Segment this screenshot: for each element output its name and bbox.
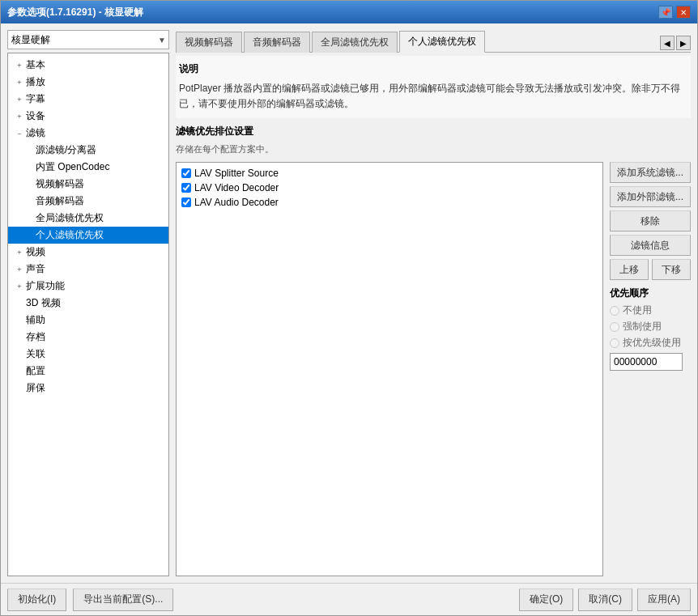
expand-icon-sound: +	[15, 265, 24, 274]
filter-buttons: 添加系统滤镜... 添加外部滤镜... 移除 滤镜信息 上移 下移 优先顺序	[610, 162, 691, 576]
tree-item-personal-priority[interactable]: 个人滤镜优先权	[8, 227, 168, 244]
radio-force-use[interactable]: 强制使用	[610, 320, 691, 333]
tree-label-basic: 基本	[26, 58, 45, 72]
tab-nav-left[interactable]: ◀	[660, 36, 675, 50]
filter-checkbox-lav-video[interactable]	[181, 183, 191, 193]
spacer-icon-screensaver	[15, 384, 24, 393]
filter-item-lav-splitter[interactable]: LAV Splitter Source	[180, 166, 599, 181]
add-external-filter-button[interactable]: 添加外部滤镜...	[610, 186, 691, 207]
tree-label-3dvideo: 3D 视频	[26, 296, 61, 310]
tree-label-archive: 存档	[26, 330, 45, 344]
radio-no-use[interactable]: 不使用	[610, 304, 691, 317]
radio-no-use-input[interactable]	[610, 306, 619, 316]
tree-item-archive[interactable]: 存档	[8, 329, 168, 346]
tab-nav-right[interactable]: ▶	[676, 36, 691, 50]
tree-label-filter: 滤镜	[26, 126, 45, 140]
tree-label-video-decoder: 视频解码器	[36, 177, 84, 191]
tree-item-video-decoder[interactable]: 视频解码器	[8, 176, 168, 193]
tab-global-priority[interactable]: 全局滤镜优先权	[312, 32, 398, 53]
filter-list[interactable]: LAV Splitter Source LAV Video Decoder LA…	[176, 162, 603, 576]
tree-item-device[interactable]: + 设备	[8, 108, 168, 125]
tree-item-builtin-opencodec[interactable]: 内置 OpenCodec	[8, 159, 168, 176]
tree-item-video[interactable]: + 视频	[8, 244, 168, 261]
priority-value-input[interactable]	[610, 353, 683, 371]
filter-checkbox-lav-splitter[interactable]	[181, 168, 191, 178]
bottom-bar: 初始化(I) 导出当前配置(S)... 确定(O) 取消(C) 应用(A)	[1, 583, 697, 615]
expand-icon-extension: +	[15, 282, 24, 291]
tree-item-config[interactable]: 配置	[8, 363, 168, 380]
spacer-icon-builtin	[24, 163, 34, 172]
tree-label-config: 配置	[26, 364, 45, 378]
close-button[interactable]: ✕	[676, 6, 691, 19]
tree-item-screensaver[interactable]: 屏保	[8, 380, 168, 397]
expand-icon-filter: −	[15, 129, 24, 138]
radio-force-use-label: 强制使用	[623, 320, 662, 333]
filter-item-lav-audio[interactable]: LAV Audio Decoder	[180, 195, 599, 210]
init-button[interactable]: 初始化(I)	[7, 588, 66, 611]
tree-panel: + 基本 + 播放 + 字幕 + 设备 − 滤镜	[7, 53, 169, 576]
spacer-icon-personal	[24, 231, 34, 240]
filter-info-button[interactable]: 滤镜信息	[610, 235, 691, 256]
tree-item-3dvideo[interactable]: 3D 视频	[8, 295, 168, 312]
tree-label-builtin-opencodec: 内置 OpenCodec	[36, 160, 109, 174]
filter-label-lav-splitter: LAV Splitter Source	[194, 168, 279, 179]
radio-force-use-input[interactable]	[610, 322, 619, 332]
expand-icon-basic: +	[15, 61, 24, 70]
main-content: 核显硬解 ▼ + 基本 + 播放 + 字幕 +	[1, 23, 697, 583]
title-bar: 参数选项(1.7.16291) - 核显硬解 📌 ✕	[1, 1, 697, 23]
tree-item-extension[interactable]: + 扩展功能	[8, 278, 168, 295]
spacer-icon-global	[24, 214, 34, 223]
tab-audio-decoder[interactable]: 音频解码器	[244, 32, 310, 53]
remove-filter-button[interactable]: 移除	[610, 210, 691, 232]
filter-checkbox-lav-audio[interactable]	[181, 198, 191, 207]
ok-button[interactable]: 确定(O)	[519, 588, 573, 611]
move-up-button[interactable]: 上移	[610, 259, 649, 280]
description-text: PotPlayer 播放器内置的编解码器或滤镜已够用，用外部编解码器或滤镜可能会…	[179, 81, 687, 112]
tree-label-global-priority: 全局滤镜优先权	[36, 211, 104, 225]
export-button[interactable]: 导出当前配置(S)...	[73, 588, 173, 611]
tree-item-assist[interactable]: 辅助	[8, 312, 168, 329]
category-dropdown-wrapper[interactable]: 核显硬解 ▼	[7, 30, 169, 49]
filter-label-lav-video: LAV Video Decoder	[194, 182, 279, 193]
filter-label-lav-audio: LAV Audio Decoder	[194, 197, 279, 208]
main-window: 参数选项(1.7.16291) - 核显硬解 📌 ✕ 核显硬解 ▼ + 基本	[0, 0, 698, 616]
tree-label-extension: 扩展功能	[26, 279, 65, 293]
tree-label-subtitle: 字幕	[26, 92, 45, 106]
expand-icon-play: +	[15, 78, 24, 87]
right-panel: 视频解码器 音频解码器 全局滤镜优先权 个人滤镜优先权 ◀ ▶	[176, 30, 691, 576]
expand-icon-device: +	[15, 112, 24, 121]
category-dropdown[interactable]: 核显硬解	[7, 30, 169, 49]
left-panel: 核显硬解 ▼ + 基本 + 播放 + 字幕 +	[7, 30, 169, 576]
cancel-button[interactable]: 取消(C)	[578, 588, 632, 611]
tree-label-device: 设备	[26, 109, 45, 123]
radio-priority-use[interactable]: 按优先级使用	[610, 336, 691, 350]
filter-item-lav-video[interactable]: LAV Video Decoder	[180, 181, 599, 195]
radio-no-use-label: 不使用	[623, 304, 652, 317]
move-down-button[interactable]: 下移	[652, 259, 691, 280]
priority-section: 优先顺序 不使用 强制使用	[610, 287, 691, 371]
tree-item-play[interactable]: + 播放	[8, 74, 168, 91]
tree-item-subtitle[interactable]: + 字幕	[8, 91, 168, 108]
tab-nav: ◀ ▶	[660, 36, 691, 52]
spacer-icon-relation	[15, 350, 24, 359]
filter-body: LAV Splitter Source LAV Video Decoder LA…	[176, 162, 691, 576]
tree-label-play: 播放	[26, 75, 45, 89]
move-buttons-row: 上移 下移	[610, 259, 691, 280]
filter-section-title: 滤镜优先排位设置	[176, 125, 691, 138]
tree-item-basic[interactable]: + 基本	[8, 57, 168, 74]
tab-video-decoder[interactable]: 视频解码器	[176, 32, 242, 53]
tree-item-filter[interactable]: − 滤镜	[8, 125, 168, 142]
tree-item-source-filter[interactable]: 源滤镜/分离器	[8, 142, 168, 159]
apply-button[interactable]: 应用(A)	[637, 588, 691, 611]
title-buttons: 📌 ✕	[658, 6, 691, 19]
pin-button[interactable]: 📌	[658, 6, 673, 19]
tree-item-audio-decoder[interactable]: 音频解码器	[8, 193, 168, 210]
add-system-filter-button[interactable]: 添加系统滤镜...	[610, 162, 691, 183]
radio-priority-use-input[interactable]	[610, 338, 619, 348]
spacer-icon-assist	[15, 316, 24, 325]
tree-item-global-priority[interactable]: 全局滤镜优先权	[8, 210, 168, 227]
tree-item-relation[interactable]: 关联	[8, 346, 168, 363]
tab-personal-priority[interactable]: 个人滤镜优先权	[399, 31, 485, 53]
tree-item-sound[interactable]: + 声音	[8, 261, 168, 278]
description-box: 说明 PotPlayer 播放器内置的编解码器或滤镜已够用，用外部编解码器或滤镜…	[176, 56, 691, 118]
